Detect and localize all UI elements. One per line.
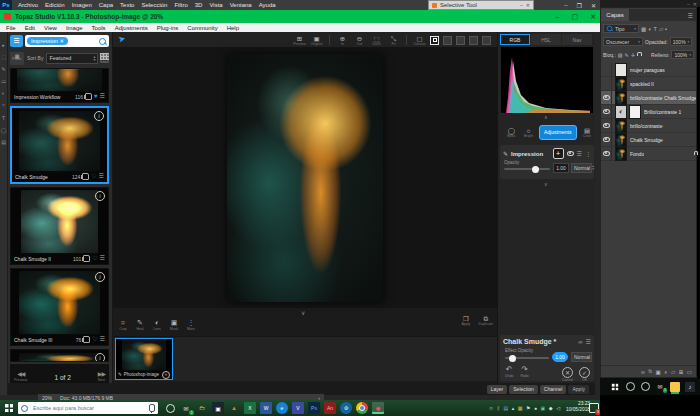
topaz-menu-tools[interactable]: Tools (92, 25, 106, 31)
zoom-100-button[interactable]: ⬚ 100% (370, 35, 383, 46)
topaz-menu-view[interactable]: View (44, 25, 57, 31)
tray-icon-user[interactable]: ☺ (488, 405, 493, 411)
prev-page-button[interactable]: ◀◀ Previous (14, 371, 28, 383)
tab-rgb[interactable]: RGB (500, 34, 530, 45)
tray-icon-flag[interactable]: ⚑ (526, 405, 530, 411)
tray-icon-bluetooth[interactable]: ᛒ (497, 405, 500, 411)
thumbs-up-icon[interactable] (83, 336, 90, 343)
favorite-heart-icon[interactable]: ♡ (92, 337, 97, 342)
ps-tool-icon[interactable]: ⌗ (2, 102, 5, 109)
edge-icon[interactable]: e (276, 402, 288, 414)
topaz-maximize-icon[interactable]: ▢ (572, 13, 579, 21)
photos-app-icon[interactable]: ▣ (212, 402, 224, 414)
preset-search-input[interactable]: Impression ✕ (25, 35, 95, 47)
heal-tool-button[interactable]: ✎ Heal (134, 319, 146, 331)
add-mask-icon[interactable]: ▣ (655, 369, 660, 375)
layer-row-mujer-paraguas[interactable]: mujer paraguas (601, 63, 696, 77)
task-view-icon[interactable] (164, 402, 176, 414)
next-page-button[interactable]: ▶▶ Next (98, 371, 105, 383)
crop-tool-button[interactable]: ⌗ Crop (117, 319, 129, 331)
search-tag-impression[interactable]: Impression ✕ (27, 37, 68, 45)
apply-button[interactable]: ❐ Apply (459, 315, 472, 326)
panel-close-icon[interactable]: ✕ (693, 1, 697, 7)
image-canvas[interactable] (113, 48, 497, 308)
pencil-icon[interactable]: ✎ (118, 372, 122, 377)
topaz-minimize-icon[interactable]: – (556, 13, 560, 20)
photoshop-taskbar-icon[interactable]: Ps (308, 402, 320, 414)
basic-tool-button[interactable]: ◯ Basic (505, 127, 518, 138)
favorite-heart-icon[interactable]: ♡ (91, 174, 96, 179)
ps-tool-icon[interactable]: T (2, 115, 5, 121)
new-layer-icon[interactable]: ⊞ (679, 369, 684, 375)
tray-icon-display[interactable]: ▤ (504, 405, 509, 411)
thumbnail-size-button[interactable]: Small (99, 53, 110, 64)
info-icon[interactable]: i (95, 272, 105, 282)
layer-button[interactable]: Layer (487, 385, 508, 394)
view-single-button[interactable] (430, 36, 439, 45)
add-adjustment-icon[interactable]: + (553, 148, 564, 159)
taskbar-clock[interactable]: 23:23 10/05/2018 (566, 401, 590, 413)
preview-image[interactable] (227, 54, 383, 302)
mail-icon[interactable]: ✉1 (180, 402, 192, 414)
lock-transparency-icon[interactable]: ▨ (618, 52, 623, 58)
thumbs-up-icon[interactable] (83, 255, 90, 262)
effect-opacity-value[interactable]: 1.00 (552, 352, 568, 362)
file-explorer-icon[interactable]: 🗀 (196, 402, 208, 414)
layer-row-brillo-contraste-1[interactable]: ◐ Brillo/contraste 1 (601, 105, 696, 119)
filter-type-dropdown[interactable]: Tipo ▾ (603, 24, 639, 33)
search-button[interactable] (95, 35, 109, 47)
preset-menu-icon[interactable]: ☰ (99, 174, 104, 179)
new-group-icon[interactable]: ▱ (671, 369, 675, 375)
section-list-icon[interactable]: ☰ (577, 150, 582, 157)
impression-blend-dropdown[interactable]: Normal ▴▾ (571, 163, 592, 173)
layer-mask-thumbnail[interactable] (629, 105, 641, 119)
redo-button[interactable]: ↷ Redo (520, 366, 528, 378)
thumbs-up-icon[interactable] (85, 93, 92, 100)
tray-icon-sync[interactable]: ● (534, 405, 537, 411)
impression-opacity-value[interactable]: 1.00 (553, 163, 569, 173)
tray-icon-up-arrow[interactable]: ▴ (512, 405, 515, 411)
topaz-titlebar[interactable]: Topaz Studio V1.10.3 - Photoshop-image @… (0, 10, 600, 23)
ps-menu-edicion[interactable]: Edición (45, 2, 65, 8)
sort-dropdown[interactable]: Featured ▴▾ (46, 53, 98, 64)
visibility-toggle[interactable] (601, 105, 612, 119)
microphone-icon[interactable] (149, 404, 155, 412)
favorite-heart-icon[interactable]: ♥ (94, 94, 98, 99)
taskbar-search[interactable] (18, 402, 158, 414)
start-button[interactable] (610, 382, 620, 392)
cortana-icon[interactable] (640, 382, 650, 392)
preview-button[interactable]: ⊞ Preview (293, 35, 306, 46)
original-button[interactable]: ▣ Original (310, 35, 323, 46)
layer-row-brillo-chalk-smudge-ii[interactable]: brillo/contraste Chalk Smudge II (601, 91, 696, 105)
link-icon[interactable]: ∞ (578, 339, 582, 345)
ps-menu-seleccion[interactable]: Selección (141, 2, 167, 8)
favorite-heart-icon[interactable]: ♡ (92, 256, 97, 261)
filter-shape-icon[interactable]: ▱ (659, 26, 663, 32)
ps-menu-filtro[interactable]: Filtro (174, 2, 187, 8)
thumbs-up-icon[interactable] (82, 173, 89, 180)
excel-icon[interactable]: X (244, 402, 256, 414)
active-app-icon[interactable]: ❋ (372, 402, 384, 414)
topaz-menu-community[interactable]: Community (187, 25, 217, 31)
preset-card-partial[interactable]: i (10, 349, 109, 362)
sort-stepper-icon[interactable]: ▴▾ (93, 55, 95, 61)
code-app-icon[interactable]: V (292, 402, 304, 414)
impression-opacity-slider[interactable] (504, 168, 550, 170)
link-layers-icon[interactable]: ∞ (641, 369, 645, 375)
preset-menu-icon[interactable]: ☰ (100, 256, 105, 261)
file-explorer-icon[interactable] (670, 382, 680, 392)
ps-tool-icon[interactable]: ◐ (2, 90, 5, 96)
undo-button[interactable]: ↶ Undo (505, 366, 513, 378)
ps-menu-3d[interactable]: 3D (195, 2, 203, 8)
effect-opacity-slider[interactable] (505, 357, 549, 359)
bright-tool-button[interactable]: ☼ Bright (522, 127, 535, 138)
ps-minimize-icon[interactable]: – (564, 2, 567, 8)
ps-restore-icon[interactable]: ❐ (577, 2, 582, 9)
ps-close-icon[interactable]: ✕ (591, 2, 596, 9)
ps-menu-ventana[interactable]: Ventana (230, 2, 252, 8)
duplicate-button[interactable]: ⧉ Duplicate (478, 315, 493, 326)
zoom-out-button[interactable]: ⊖ Out (353, 35, 366, 46)
canvas-button[interactable]: ▢ Canvas (413, 35, 426, 46)
selection-button[interactable]: Selection (509, 385, 538, 394)
photoshop-toolstrip[interactable]: ▸ ⬚ ✎ ▭ ◐ ⌗ T ◯ ▤ (0, 32, 8, 395)
